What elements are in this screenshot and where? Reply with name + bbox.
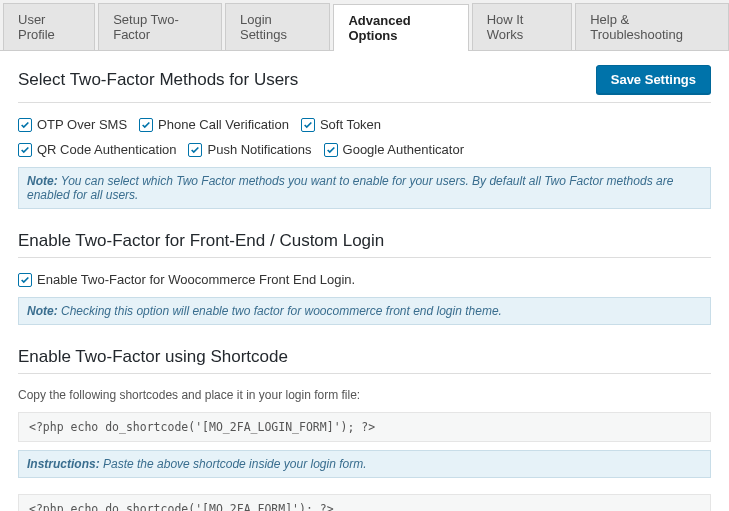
checkbox-label: Push Notifications bbox=[207, 142, 311, 157]
save-settings-button[interactable]: Save Settings bbox=[596, 65, 711, 94]
methods-row-2: QR Code Authentication Push Notification… bbox=[18, 142, 711, 157]
check-icon bbox=[18, 273, 32, 287]
check-icon bbox=[324, 143, 338, 157]
section-shortcode: Enable Two-Factor using Shortcode Copy t… bbox=[18, 347, 711, 511]
tab-login-settings[interactable]: Login Settings bbox=[225, 3, 330, 50]
divider bbox=[18, 373, 711, 374]
section-frontend: Enable Two-Factor for Front-End / Custom… bbox=[18, 231, 711, 325]
code-block-1[interactable]: <?php echo do_shortcode('[MO_2FA_LOGIN_F… bbox=[18, 412, 711, 442]
shortcode-group-1: <?php echo do_shortcode('[MO_2FA_LOGIN_F… bbox=[18, 412, 711, 478]
tab-advanced-options[interactable]: Advanced Options bbox=[333, 4, 468, 51]
section-frontend-heading: Enable Two-Factor for Front-End / Custom… bbox=[18, 231, 711, 251]
shortcode-intro: Copy the following shortcodes and place … bbox=[18, 388, 711, 402]
instructions-1: Instructions: Paste the above shortcode … bbox=[18, 450, 711, 478]
checkbox-label: Enable Two-Factor for Woocommerce Front … bbox=[37, 272, 355, 287]
note-label: Note: bbox=[27, 304, 58, 318]
section-methods-heading: Select Two-Factor Methods for Users bbox=[18, 70, 298, 90]
divider bbox=[18, 257, 711, 258]
instructions-label: Instructions: bbox=[27, 457, 100, 471]
note-text: You can select which Two Factor methods … bbox=[27, 174, 673, 202]
note-frontend: Note: Checking this option will enable t… bbox=[18, 297, 711, 325]
tab-how-it-works[interactable]: How It Works bbox=[472, 3, 573, 50]
checkbox-woocommerce-login[interactable]: Enable Two-Factor for Woocommerce Front … bbox=[18, 272, 355, 287]
check-icon bbox=[188, 143, 202, 157]
checkbox-phone-call[interactable]: Phone Call Verification bbox=[139, 117, 289, 132]
checkbox-soft-token[interactable]: Soft Token bbox=[301, 117, 381, 132]
instructions-text: Paste the above shortcode inside your lo… bbox=[100, 457, 367, 471]
content-area: Select Two-Factor Methods for Users Save… bbox=[0, 51, 729, 511]
checkbox-otp-over-sms[interactable]: OTP Over SMS bbox=[18, 117, 127, 132]
check-icon bbox=[139, 118, 153, 132]
shortcode-group-2: <?php echo do_shortcode('[MO_2FA_FORM]')… bbox=[18, 494, 711, 511]
section-methods: Select Two-Factor Methods for Users Save… bbox=[18, 65, 711, 209]
checkbox-label: OTP Over SMS bbox=[37, 117, 127, 132]
checkbox-label: QR Code Authentication bbox=[37, 142, 176, 157]
tab-user-profile[interactable]: User Profile bbox=[3, 3, 95, 50]
frontend-row: Enable Two-Factor for Woocommerce Front … bbox=[18, 272, 711, 287]
section-shortcode-heading: Enable Two-Factor using Shortcode bbox=[18, 347, 711, 367]
checkbox-google-authenticator[interactable]: Google Authenticator bbox=[324, 142, 464, 157]
checkbox-qr-code[interactable]: QR Code Authentication bbox=[18, 142, 176, 157]
check-icon bbox=[18, 118, 32, 132]
checkbox-label: Google Authenticator bbox=[343, 142, 464, 157]
check-icon bbox=[301, 118, 315, 132]
note-label: Note: bbox=[27, 174, 58, 188]
code-block-2[interactable]: <?php echo do_shortcode('[MO_2FA_FORM]')… bbox=[18, 494, 711, 511]
note-text: Checking this option will enable two fac… bbox=[58, 304, 502, 318]
checkbox-label: Soft Token bbox=[320, 117, 381, 132]
divider bbox=[18, 102, 711, 103]
checkbox-label: Phone Call Verification bbox=[158, 117, 289, 132]
methods-row-1: OTP Over SMS Phone Call Verification Sof… bbox=[18, 117, 711, 132]
tab-setup-two-factor[interactable]: Setup Two-Factor bbox=[98, 3, 222, 50]
tab-help-troubleshooting[interactable]: Help & Troubleshooting bbox=[575, 3, 729, 50]
checkbox-push-notifications[interactable]: Push Notifications bbox=[188, 142, 311, 157]
check-icon bbox=[18, 143, 32, 157]
tab-bar: User Profile Setup Two-Factor Login Sett… bbox=[0, 0, 729, 51]
note-methods: Note: You can select which Two Factor me… bbox=[18, 167, 711, 209]
